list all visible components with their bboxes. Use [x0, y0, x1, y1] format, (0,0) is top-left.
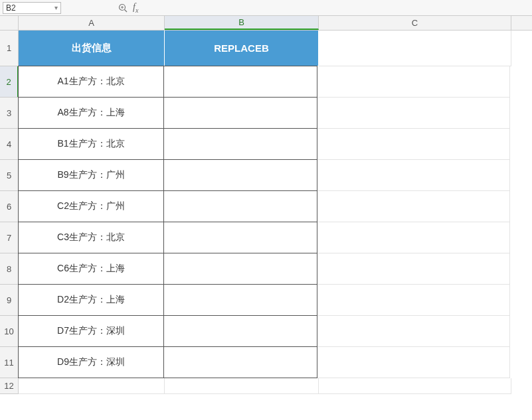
cell-c6[interactable]	[317, 191, 510, 222]
cell-b12[interactable]	[165, 378, 319, 394]
row-header-5[interactable]: 5	[0, 160, 18, 191]
cell-c9[interactable]	[317, 285, 510, 316]
cell-b3[interactable]	[163, 97, 317, 129]
cell-c1[interactable]	[319, 31, 511, 66]
cell-a6[interactable]: C2生产方：广州	[18, 190, 164, 222]
select-all-corner[interactable]	[0, 16, 19, 31]
row-header-2[interactable]: 2	[0, 66, 19, 98]
cell-a9[interactable]: D2生产方：上海	[18, 284, 164, 316]
col-header-b[interactable]: B	[165, 16, 319, 30]
row-header-4[interactable]: 4	[0, 129, 18, 160]
cell-c4[interactable]	[317, 129, 510, 160]
cell-c8[interactable]	[317, 253, 510, 285]
cell-a2[interactable]: A1生产方：北京	[18, 66, 164, 98]
cell-b7[interactable]	[163, 222, 317, 253]
row-header-8[interactable]: 8	[0, 253, 18, 285]
cell-b5[interactable]	[163, 159, 317, 191]
row-header-7[interactable]: 7	[0, 222, 18, 253]
cell-c7[interactable]	[317, 222, 510, 253]
column-headers: A B C	[19, 16, 532, 31]
cell-c3[interactable]	[317, 98, 510, 129]
cell-b4[interactable]	[163, 128, 317, 160]
row-header-3[interactable]: 3	[0, 98, 18, 129]
fx-icon[interactable]: fx	[133, 2, 138, 14]
cell-b6[interactable]	[163, 190, 317, 222]
cell-a7[interactable]: C3生产方：北京	[18, 222, 164, 253]
row-header-12[interactable]: 12	[0, 378, 18, 394]
cell-b11[interactable]	[163, 346, 317, 378]
name-box[interactable]: B2 ▾	[3, 2, 61, 14]
cell-a12[interactable]	[19, 378, 165, 394]
svg-line-1	[125, 9, 128, 12]
cell-a10[interactable]: D7生产方：深圳	[18, 315, 164, 347]
formula-input[interactable]	[142, 2, 529, 14]
cell-c11[interactable]	[317, 347, 510, 378]
row-header-1[interactable]: 1	[0, 31, 18, 66]
row-header-11[interactable]: 11	[0, 347, 18, 378]
cell-b8[interactable]	[163, 253, 317, 285]
spreadsheet-grid: A B C 1 2 3 4 5 6 7 8 9 10 11 12 出货信息 R	[0, 16, 532, 394]
row-header-10[interactable]: 10	[0, 316, 18, 347]
row-header-9[interactable]: 9	[0, 285, 18, 316]
row-header-6[interactable]: 6	[0, 191, 18, 222]
cell-a11[interactable]: D9生产方：深圳	[18, 346, 164, 378]
name-box-value: B2	[6, 3, 16, 13]
cell-b2[interactable]	[163, 66, 317, 98]
cell-b1[interactable]: REPLACEB	[165, 31, 319, 66]
col-header-c[interactable]: C	[319, 16, 511, 30]
cell-c10[interactable]	[317, 316, 510, 347]
cell-c12[interactable]	[319, 378, 511, 394]
col-header-a[interactable]: A	[19, 16, 165, 30]
cell-a5[interactable]: B9生产方：广州	[18, 159, 164, 191]
cell-a3[interactable]: A8生产方：上海	[18, 97, 164, 129]
cell-c5[interactable]	[317, 160, 510, 191]
cell-a8[interactable]: C6生产方：上海	[18, 253, 164, 285]
chevron-down-icon[interactable]: ▾	[54, 4, 58, 11]
cell-b9[interactable]	[163, 284, 317, 316]
cell-a4[interactable]: B1生产方：北京	[18, 128, 164, 160]
cell-a1[interactable]: 出货信息	[19, 31, 165, 66]
row-headers: 1 2 3 4 5 6 7 8 9 10 11 12	[0, 31, 19, 394]
cell-b10[interactable]	[163, 315, 317, 347]
cell-c2[interactable]	[317, 66, 510, 98]
cells-area: 出货信息 REPLACEB A1生产方：北京 A8生产方：上海 B1生产方：北京	[19, 31, 532, 394]
formula-bar-row: B2 ▾ fx	[0, 0, 532, 16]
zoom-icon[interactable]	[118, 3, 128, 13]
